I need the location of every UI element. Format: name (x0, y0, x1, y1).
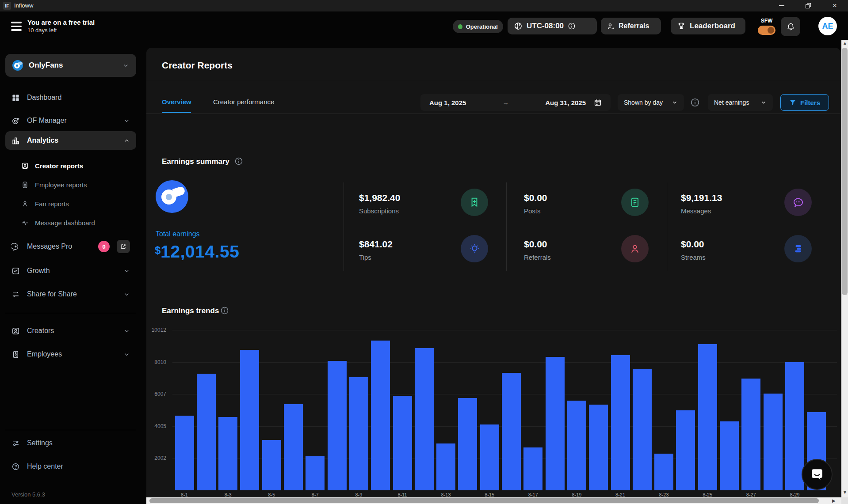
sidebar-item-dashboard[interactable]: Dashboard (5, 88, 136, 107)
x-axis-tick-label: 8-1 (174, 492, 195, 497)
total-amount: 12,014.55 (160, 242, 239, 261)
sidebar-item-label: Settings (27, 439, 130, 447)
account-switcher[interactable]: OnlyFans (5, 54, 136, 77)
sidebar-item-label: Dashboard (27, 94, 130, 102)
sidebar-item-label: Growth (27, 267, 116, 275)
employee-reports-icon (21, 181, 29, 189)
sfw-toggle-group: SFW (756, 18, 777, 35)
close-button[interactable]: × (826, 0, 844, 11)
scrollbar-corner (841, 497, 848, 504)
chart-bar (546, 357, 565, 490)
minimize-button[interactable] (773, 0, 791, 11)
sidebar-subitem-message-dashboard[interactable]: Message dashboard (16, 215, 131, 231)
streams-icon-circle (784, 235, 812, 262)
chart-gridline (172, 362, 837, 363)
currency-symbol: $ (155, 244, 160, 256)
leaderboard-button[interactable]: Leaderboard (671, 18, 745, 34)
stat-label-tips: Tips (359, 254, 371, 261)
status-pill[interactable]: Operational (453, 20, 503, 33)
globe-icon (514, 22, 523, 30)
chevron-down-icon (123, 117, 130, 124)
sidebar-subitem-employee-reports[interactable]: Employee reports (16, 177, 131, 193)
avatar[interactable]: AE (818, 17, 837, 35)
sidebar-item-settings[interactable]: Settings (5, 434, 136, 452)
sidebar-item-messages-pro[interactable]: Messages Pro 0 (5, 237, 136, 256)
bell-icon (786, 22, 795, 31)
referrals-button[interactable]: Referrals (601, 18, 661, 34)
sidebar-item-label: Messages Pro (27, 243, 91, 250)
date-range-picker[interactable]: Aug 1, 2025 → Aug 31, 2025 (420, 94, 611, 111)
info-icon[interactable] (690, 98, 700, 107)
stat-label-subscriptions: Subscriptions (359, 207, 399, 215)
total-earnings-label[interactable]: Total earnings (156, 230, 200, 238)
earnings-type-dropdown[interactable]: Net earnings (708, 94, 773, 111)
sidebar-item-analytics[interactable]: Analytics (5, 131, 136, 150)
support-chat-button[interactable] (802, 459, 833, 490)
external-link-icon (120, 243, 126, 250)
sidebar-subitem-creator-reports[interactable]: Creator reports (16, 158, 131, 174)
sidebar-item-share-for-share[interactable]: Share for Share (5, 285, 136, 303)
vertical-scrollbar-thumb[interactable] (842, 48, 848, 295)
account-label: OnlyFans (29, 61, 117, 70)
tab-overview[interactable]: Overview (162, 98, 191, 106)
sidebar-subitem-fan-reports[interactable]: Fan reports (16, 196, 131, 212)
chat-bubble-icon (809, 466, 825, 483)
open-external-button[interactable] (117, 240, 130, 253)
chat-ellipsis-icon (792, 197, 804, 208)
sidebar-item-employees[interactable]: Employees (5, 345, 136, 364)
date-to-value[interactable]: Aug 31, 2025 (545, 99, 586, 106)
sidebar-item-of-manager[interactable]: OF Manager (5, 111, 136, 130)
sidebar-item-growth[interactable]: Growth (5, 261, 136, 280)
creator-reports-icon (21, 162, 29, 170)
chart-bar (741, 379, 760, 490)
notifications-button[interactable] (781, 17, 800, 36)
stat-value-tips: $841.02 (359, 239, 393, 250)
restore-button[interactable] (799, 0, 817, 11)
date-from-value[interactable]: Aug 1, 2025 (429, 99, 466, 106)
sidebar-item-label: OF Manager (27, 117, 116, 125)
x-axis-tick-label: 8-5 (261, 492, 283, 497)
chart-bar (218, 417, 237, 490)
chevron-down-icon (672, 99, 678, 106)
hamburger-menu-icon[interactable] (11, 22, 22, 31)
scroll-right-arrow[interactable]: ▶ (832, 499, 836, 503)
timezone-pill[interactable]: UTC-08:00 (508, 18, 597, 34)
summary-divider (506, 182, 507, 271)
total-earnings-value: $12,014.55 (155, 242, 239, 261)
chart-bar (523, 447, 542, 490)
info-icon[interactable] (220, 306, 229, 315)
earnings-type-value: Net earnings (714, 99, 749, 106)
tabs-divider (146, 114, 840, 114)
chart-bar (633, 369, 652, 490)
x-axis-tick-label: 8-19 (566, 492, 588, 497)
sidebar-divider (5, 430, 136, 430)
scroll-up-arrow[interactable]: ▲ (843, 41, 847, 45)
y-axis-tick-label: 6007 (139, 391, 166, 397)
filters-button[interactable]: Filters (780, 94, 829, 111)
sfw-toggle[interactable] (758, 26, 775, 35)
sidebar-item-help-center[interactable]: Help center (5, 457, 136, 476)
filter-funnel-icon (789, 99, 796, 106)
subscriptions-icon-circle (461, 189, 488, 216)
shown-by-dropdown[interactable]: Shown by day (618, 94, 684, 111)
onlyfans-logo-icon (12, 60, 23, 71)
window-titlebar: IF Infloww × (0, 0, 848, 11)
sidebar-item-label: Help center (27, 462, 130, 470)
swap-arrows-icon (11, 290, 20, 299)
page-title: Creator Reports (162, 60, 233, 71)
chevron-down-icon (122, 62, 129, 69)
sidebar-item-creators[interactable]: Creators (5, 322, 136, 340)
chart-bar (328, 361, 347, 490)
timezone-label: UTC-08:00 (527, 22, 564, 30)
scroll-down-arrow[interactable]: ▼ (843, 490, 847, 495)
tab-creator-performance[interactable]: Creator performance (213, 98, 274, 106)
chart-bar (698, 344, 717, 490)
trophy-icon (677, 22, 686, 30)
sidebar-item-label: Employees (27, 350, 116, 358)
y-axis-tick-label: 4005 (139, 423, 166, 429)
chart-bar (393, 396, 412, 490)
info-icon (568, 22, 576, 30)
info-icon[interactable] (234, 157, 243, 166)
chart-bar (436, 443, 455, 490)
horizontal-scrollbar-thumb[interactable] (149, 498, 819, 503)
